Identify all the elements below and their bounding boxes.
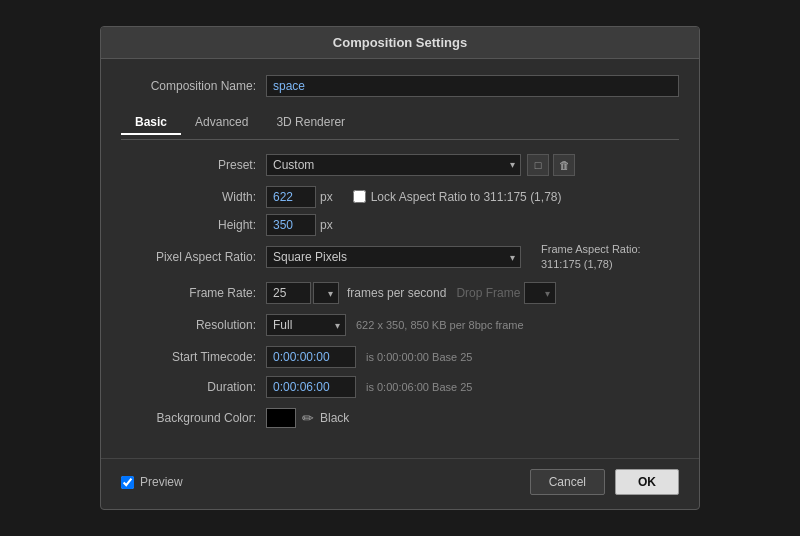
lock-aspect-label: Lock Aspect Ratio to 311:175 (1,78): [371, 190, 562, 204]
tab-basic[interactable]: Basic: [121, 111, 181, 135]
far-value: 311:175 (1,78): [541, 258, 613, 270]
resolution-label: Resolution:: [121, 318, 266, 332]
width-label: Width:: [121, 190, 266, 204]
frame-rate-dropdown-wrapper: ▾: [313, 282, 339, 304]
resolution-select[interactable]: Full Half Third Quarter Custom: [266, 314, 346, 336]
frame-rate-input[interactable]: [266, 282, 311, 304]
width-row: Width: px Lock Aspect Ratio to 311:175 (…: [121, 186, 679, 208]
preset-label: Preset:: [121, 158, 266, 172]
preview-label: Preview: [140, 475, 183, 489]
preview-checkbox[interactable]: [121, 476, 134, 489]
start-timecode-label: Start Timecode:: [121, 350, 266, 364]
par-select-wrapper: Square Pixels D1/DV NTSC D1/DV PAL Anamo…: [266, 246, 521, 268]
ok-button[interactable]: OK: [615, 469, 679, 495]
cancel-button[interactable]: Cancel: [530, 469, 605, 495]
lock-aspect-row: Lock Aspect Ratio to 311:175 (1,78): [353, 190, 562, 204]
tab-advanced[interactable]: Advanced: [181, 111, 262, 135]
preset-select-wrapper: Custom HDTV 1080 24 HDTV 1080 25 PAL D1/…: [266, 154, 521, 176]
footer-buttons: Cancel OK: [530, 469, 679, 495]
width-unit: px: [320, 190, 333, 204]
height-input[interactable]: [266, 214, 316, 236]
resolution-info: 622 x 350, 850 KB per 8bpc frame: [356, 319, 524, 331]
height-label: Height:: [121, 218, 266, 232]
preset-delete-icon[interactable]: 🗑: [553, 154, 575, 176]
lock-aspect-checkbox[interactable]: [353, 190, 366, 203]
drop-frame-label: Drop Frame: [456, 286, 520, 300]
preset-save-icon[interactable]: □: [527, 154, 549, 176]
tabs: Basic Advanced 3D Renderer: [121, 111, 679, 140]
tab-3d-renderer[interactable]: 3D Renderer: [262, 111, 359, 135]
fps-unit: frames per second: [347, 286, 446, 300]
composition-settings-dialog: Composition Settings Composition Name: B…: [100, 26, 700, 511]
duration-input[interactable]: [266, 376, 356, 398]
preset-row: Preset: Custom HDTV 1080 24 HDTV 1080 25…: [121, 154, 679, 176]
par-label: Pixel Aspect Ratio:: [121, 250, 266, 264]
preview-row: Preview: [121, 475, 183, 489]
height-unit: px: [320, 218, 333, 232]
resolution-select-wrapper: Full Half Third Quarter Custom ▾: [266, 314, 346, 336]
dialog-footer: Preview Cancel OK: [101, 458, 699, 509]
start-timecode-row: Start Timecode: is 0:00:00:00 Base 25: [121, 346, 679, 368]
dialog-title: Composition Settings: [101, 27, 699, 59]
start-timecode-input[interactable]: [266, 346, 356, 368]
comp-name-input[interactable]: [266, 75, 679, 97]
preset-icons: □ 🗑: [527, 154, 575, 176]
duration-label: Duration:: [121, 380, 266, 394]
drop-frame-group: Drop Frame ▾: [456, 282, 556, 304]
bg-color-label: Background Color:: [121, 411, 266, 425]
duration-row: Duration: is 0:00:06:00 Base 25: [121, 376, 679, 398]
far-info: Frame Aspect Ratio: 311:175 (1,78): [541, 242, 641, 273]
frame-rate-dropdown[interactable]: [313, 282, 339, 304]
eyedropper-button[interactable]: ✏: [302, 410, 314, 426]
comp-name-row: Composition Name:: [121, 75, 679, 97]
height-row: Height: px: [121, 214, 679, 236]
preset-select[interactable]: Custom HDTV 1080 24 HDTV 1080 25 PAL D1/…: [266, 154, 521, 176]
start-timecode-info: is 0:00:00:00 Base 25: [366, 351, 472, 363]
drop-frame-select[interactable]: [524, 282, 556, 304]
duration-info: is 0:00:06:00 Base 25: [366, 381, 472, 393]
resolution-row: Resolution: Full Half Third Quarter Cust…: [121, 314, 679, 336]
par-select[interactable]: Square Pixels D1/DV NTSC D1/DV PAL Anamo…: [266, 246, 521, 268]
par-row: Pixel Aspect Ratio: Square Pixels D1/DV …: [121, 242, 679, 273]
far-label-text: Frame Aspect Ratio:: [541, 243, 641, 255]
bg-color-row: Background Color: ✏ Black: [121, 408, 679, 428]
frame-rate-label: Frame Rate:: [121, 286, 266, 300]
comp-name-label: Composition Name:: [121, 79, 266, 93]
width-input[interactable]: [266, 186, 316, 208]
drop-frame-wrapper: ▾: [524, 282, 556, 304]
bg-color-name: Black: [320, 411, 349, 425]
bg-color-swatch[interactable]: [266, 408, 296, 428]
frame-rate-row: Frame Rate: ▾ frames per second Drop Fra…: [121, 282, 679, 304]
